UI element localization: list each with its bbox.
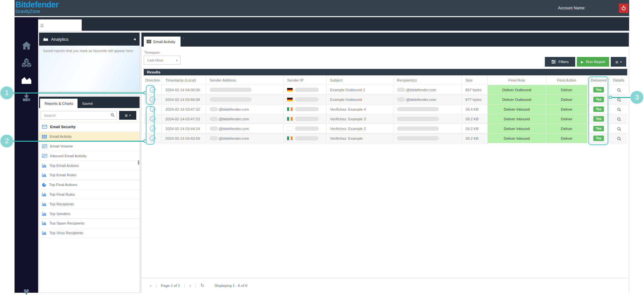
sender-cell: @bitdefender.com	[206, 124, 284, 133]
search-input[interactable]	[41, 111, 117, 120]
final-action-cell: Deliver	[546, 134, 587, 143]
sidebar-item-reports[interactable]	[15, 75, 38, 85]
panel-resize-handle[interactable]	[138, 160, 139, 165]
sender-cell	[206, 85, 284, 94]
sidebar-item-network[interactable]	[15, 58, 38, 68]
size-cell: 39.2 KB	[462, 134, 488, 143]
redacted-ip	[295, 88, 319, 92]
size-cell: 39.2 KB	[462, 124, 488, 133]
report-item-top-email-actions[interactable]: Top Email Actions	[39, 161, 140, 170]
line-chart-icon	[42, 144, 47, 148]
sender-ip-cell	[284, 85, 327, 94]
final-rule-cell: Deliver Inbound	[488, 124, 546, 133]
report-item-top-virus-recipients[interactable]: Top Virus Recipients	[39, 228, 140, 238]
run-report-button[interactable]: ▶ Run Report	[577, 57, 609, 67]
col-size[interactable]: Size	[462, 75, 488, 85]
timespan-select[interactable]: Last Hour ▾	[144, 56, 181, 65]
col-final-action[interactable]: Final Action	[546, 75, 587, 85]
bar-chart-icon	[42, 164, 47, 168]
subject-cell: Example Outbound 2	[327, 85, 393, 94]
timestamp-cell: 2024-02-14 03:43:59	[162, 134, 206, 143]
collapse-panel-icon[interactable]: ◀	[133, 38, 136, 41]
report-item-top-spam-recipients[interactable]: Top Spam Recipients	[39, 219, 140, 228]
col-timestamp[interactable]: Timestamp (Local)	[162, 75, 206, 85]
bar-chart-icon	[42, 173, 47, 177]
details-icon[interactable]	[617, 117, 620, 121]
prev-page-button[interactable]: ‹	[150, 283, 151, 288]
recipient-cell: @bitdefender.com	[393, 85, 462, 94]
tab-email-activity[interactable]: Email Activity ×	[144, 37, 181, 47]
details-icon[interactable]	[617, 108, 620, 111]
next-page-button[interactable]: ›	[189, 283, 191, 288]
search-row: ≡ ▾	[39, 108, 140, 122]
analytics-chart-icon	[43, 37, 48, 41]
filters-button[interactable]: Filters	[545, 57, 575, 67]
col-sender-address[interactable]: Sender Address	[206, 75, 284, 85]
report-item-top-senders[interactable]: Top Senders	[39, 209, 140, 219]
report-item-email-volume[interactable]: Email Volume	[39, 142, 140, 151]
col-sender-ip[interactable]: Sender IP	[284, 75, 327, 85]
annotation-marker-3: 3	[630, 91, 643, 104]
country-flag-icon	[287, 137, 293, 140]
play-icon: ▶	[581, 60, 584, 64]
col-subject[interactable]: Subject	[327, 75, 393, 85]
report-item-email-activity[interactable]: Email Activity	[39, 132, 140, 142]
favorites-heart-icon[interactable]: ♥	[15, 286, 38, 295]
home-icon: ⌂	[40, 22, 44, 28]
report-item-top-recipients[interactable]: Top Recipients	[39, 199, 140, 209]
final-rule-cell: Deliver Inbound	[488, 114, 546, 124]
bar-chart-icon	[42, 212, 47, 216]
final-rule-cell: Deliver Inbound	[488, 104, 546, 114]
timespan-label: Timespan:	[144, 50, 161, 54]
report-item-top-final-actions[interactable]: Top Final Actions	[39, 180, 140, 190]
annotation-line-3	[612, 97, 631, 98]
details-icon[interactable]	[617, 98, 620, 101]
redacted-recipient	[397, 117, 439, 121]
sender-ip-cell	[284, 114, 327, 124]
final-action-cell: Deliver	[546, 95, 587, 104]
filters-icon	[551, 60, 556, 64]
refresh-icon[interactable]: ↻	[200, 283, 204, 289]
list-options-button[interactable]: ≡ ▾	[119, 111, 136, 120]
sender-cell: @bitdefender.com	[206, 114, 284, 124]
recipient-cell	[393, 104, 462, 114]
tab-home[interactable]: ⌂	[36, 19, 82, 31]
logout-button[interactable]	[619, 4, 628, 13]
sidebar-item-home[interactable]	[15, 41, 38, 50]
subject-cell: Verifichez: Example	[327, 134, 393, 143]
search-icon	[111, 113, 114, 116]
reports-panel-tabs: Reports & Charts Saved	[39, 97, 140, 108]
details-icon[interactable]	[617, 137, 620, 140]
sidebar-item-update[interactable]	[15, 93, 38, 103]
table-icon	[147, 40, 151, 43]
country-flag-icon	[287, 127, 293, 130]
annotation-marker-2: 2	[0, 135, 13, 148]
report-item-email-security[interactable]: Email Security	[39, 122, 140, 132]
col-direction[interactable]: Direction	[144, 75, 162, 85]
reports-panel: Reports & Charts Saved ≡ ▾ Email Securit…	[39, 96, 140, 293]
col-details[interactable]: Details	[610, 75, 627, 85]
report-options-button[interactable]: ≡ ▾	[611, 57, 626, 67]
details-cell	[610, 124, 627, 133]
bar-chart-icon	[42, 192, 47, 196]
top-bar: Bitdefender GravityZone Account Name:	[15, 0, 629, 16]
redacted-recipient	[397, 126, 439, 131]
final-action-cell: Deliver	[546, 124, 587, 133]
chevron-down-icon: ▾	[620, 60, 621, 63]
table-header-row: Direction Timestamp (Local) Sender Addre…	[144, 75, 627, 85]
redacted-ip	[295, 136, 319, 140]
tab-reports-and-charts[interactable]: Reports & Charts	[40, 99, 78, 108]
tab-saved[interactable]: Saved	[78, 99, 97, 108]
details-icon[interactable]	[617, 127, 620, 130]
col-recipients[interactable]: Recipient(s)	[393, 75, 462, 85]
close-tab-icon[interactable]: ×	[182, 36, 184, 40]
details-icon[interactable]	[617, 88, 620, 92]
table-row: 2024-02-14 03:47:32 @bitdefender.com Ver…	[144, 104, 627, 114]
report-item-top-email-rules[interactable]: Top Email Rules	[39, 170, 140, 180]
timestamp-cell: 2024-02-14 03:44:24	[162, 124, 206, 133]
col-final-rule[interactable]: Final Rule	[488, 75, 546, 85]
report-item-inbound-email-activity[interactable]: Inbound Email Activity	[39, 151, 140, 161]
report-item-top-final-rules[interactable]: Top Final Rules	[39, 190, 140, 200]
size-cell: 39.4 KB	[462, 104, 488, 114]
table-row: 2024-02-14 03:47:23 @bitdefender.com Ver…	[144, 114, 627, 124]
